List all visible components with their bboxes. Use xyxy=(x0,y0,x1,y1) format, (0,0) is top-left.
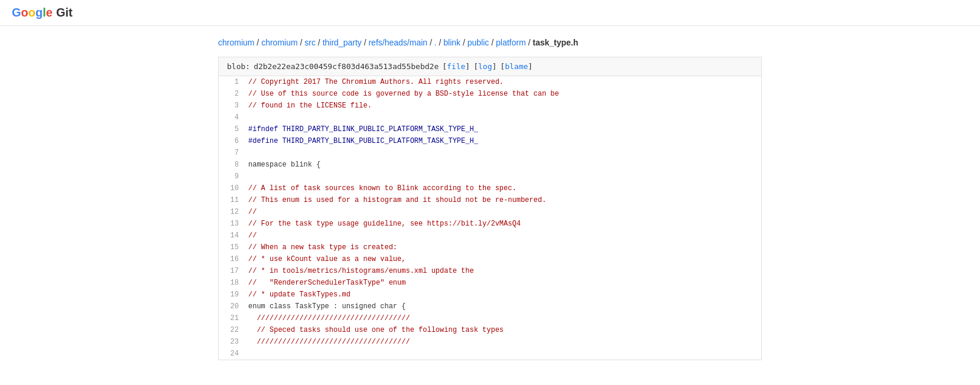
line-number: 10 xyxy=(219,182,248,194)
line-number: 24 xyxy=(219,348,248,360)
line-number: 19 xyxy=(219,289,248,301)
table-row: 1// Copyright 2017 The Chromium Authors.… xyxy=(219,76,761,88)
line-content: enum class TaskType : unsigned char { xyxy=(248,301,761,312)
line-number: 12 xyxy=(219,206,248,218)
line-number: 4 xyxy=(219,112,248,123)
table-row: 20enum class TaskType : unsigned char { xyxy=(219,301,761,312)
table-row: 19// * update TaskTypes.md xyxy=(219,289,761,301)
table-row: 16// * use kCount value as a new value, xyxy=(219,253,761,265)
line-content: #ifndef THIRD_PARTY_BLINK_PUBLIC_PLATFOR… xyxy=(248,123,761,135)
line-number: 5 xyxy=(219,123,248,135)
line-number: 17 xyxy=(219,265,248,277)
table-row: 22 // Speced tasks should use one of the… xyxy=(219,324,761,336)
line-content: // A list of task sources known to Blink… xyxy=(248,182,761,194)
table-row: 15// When a new task type is created: xyxy=(219,242,761,253)
table-row: 14// xyxy=(219,230,761,242)
line-content: // * update TaskTypes.md xyxy=(248,289,761,301)
line-number: 11 xyxy=(219,194,248,206)
line-number: 20 xyxy=(219,301,248,312)
blob-hash: d2b2e22ea23c00459cf803d463a513ad55bebd2e xyxy=(254,62,439,71)
code-container: 1// Copyright 2017 The Chromium Authors.… xyxy=(218,76,762,360)
line-number: 14 xyxy=(219,230,248,242)
breadcrumb-dot[interactable]: . xyxy=(434,38,437,47)
breadcrumb-public[interactable]: public xyxy=(468,38,489,47)
line-number: 22 xyxy=(219,324,248,336)
line-content: // Copyright 2017 The Chromium Authors. … xyxy=(248,76,761,88)
table-row: 18// "RendererSchedulerTaskType" enum xyxy=(219,277,761,289)
table-row: 9 xyxy=(219,171,761,182)
table-row: 13// For the task type usage guideline, … xyxy=(219,218,761,230)
line-content: //////////////////////////////////// xyxy=(248,312,761,324)
table-row: 5#ifndef THIRD_PARTY_BLINK_PUBLIC_PLATFO… xyxy=(219,123,761,135)
line-content: // Use of this source code is governed b… xyxy=(248,88,761,100)
blob-blame-link[interactable]: blame xyxy=(505,62,528,71)
line-content: //////////////////////////////////// xyxy=(248,336,761,348)
table-row: 3// found in the LICENSE file. xyxy=(219,100,761,112)
line-number: 21 xyxy=(219,312,248,324)
breadcrumb-refs[interactable]: refs/heads/main xyxy=(368,38,427,47)
table-row: 23 //////////////////////////////////// xyxy=(219,336,761,348)
logo: Google Git xyxy=(12,6,73,19)
line-content: #define THIRD_PARTY_BLINK_PUBLIC_PLATFOR… xyxy=(248,135,761,147)
line-content: // xyxy=(248,206,761,218)
table-row: 12// xyxy=(219,206,761,218)
breadcrumb-blink[interactable]: blink xyxy=(443,38,460,47)
git-label: Git xyxy=(56,6,73,19)
table-row: 24 xyxy=(219,348,761,360)
table-row: 17// * in tools/metrics/histograms/enums… xyxy=(219,265,761,277)
table-row: 7 xyxy=(219,147,761,159)
line-content: // When a new task type is created: xyxy=(248,242,761,253)
line-content: // For the task type usage guideline, se… xyxy=(248,218,761,230)
line-number: 8 xyxy=(219,159,248,171)
main-content: chromium / chromium / src / third_party … xyxy=(194,26,786,372)
line-number: 15 xyxy=(219,242,248,253)
line-content: // Speced tasks should use one of the fo… xyxy=(248,324,761,336)
breadcrumb-src[interactable]: src xyxy=(304,38,316,47)
table-row: 6#define THIRD_PARTY_BLINK_PUBLIC_PLATFO… xyxy=(219,135,761,147)
line-content: // * use kCount value as a new value, xyxy=(248,253,761,265)
line-content: namespace blink { xyxy=(248,159,761,171)
line-content: // xyxy=(248,230,761,242)
breadcrumb-platform[interactable]: platform xyxy=(496,38,526,47)
blob-info: blob: d2b2e22ea23c00459cf803d463a513ad55… xyxy=(218,57,762,76)
line-number: 2 xyxy=(219,88,248,100)
blob-file-link[interactable]: file xyxy=(447,62,465,71)
line-number: 23 xyxy=(219,336,248,348)
line-content: // found in the LICENSE file. xyxy=(248,100,761,112)
line-number: 16 xyxy=(219,253,248,265)
line-content: // * in tools/metrics/histograms/enums.x… xyxy=(248,265,761,277)
line-number: 9 xyxy=(219,171,248,182)
blob-log-link[interactable]: log xyxy=(478,62,492,71)
table-row: 10// A list of task sources known to Bli… xyxy=(219,182,761,194)
breadcrumb-current: task_type.h xyxy=(533,38,578,47)
breadcrumb-chromium1[interactable]: chromium xyxy=(218,38,254,47)
line-number: 7 xyxy=(219,147,248,159)
breadcrumb-third-party[interactable]: third_party xyxy=(323,38,362,47)
table-row: 21 //////////////////////////////////// xyxy=(219,312,761,324)
breadcrumb-chromium2[interactable]: chromium xyxy=(261,38,297,47)
line-number: 18 xyxy=(219,277,248,289)
line-number: 1 xyxy=(219,76,248,88)
google-logo: Google xyxy=(12,6,53,19)
table-row: 4 xyxy=(219,112,761,123)
line-content: // This enum is used for a histogram and… xyxy=(248,194,761,206)
breadcrumb: chromium / chromium / src / third_party … xyxy=(218,38,762,47)
table-row: 11// This enum is used for a histogram a… xyxy=(219,194,761,206)
header: Google Git xyxy=(0,0,980,26)
line-content: // "RendererSchedulerTaskType" enum xyxy=(248,277,761,289)
line-number: 13 xyxy=(219,218,248,230)
table-row: 8namespace blink { xyxy=(219,159,761,171)
blob-label: blob: xyxy=(227,62,250,71)
line-number: 3 xyxy=(219,100,248,112)
table-row: 2// Use of this source code is governed … xyxy=(219,88,761,100)
line-number: 6 xyxy=(219,135,248,147)
